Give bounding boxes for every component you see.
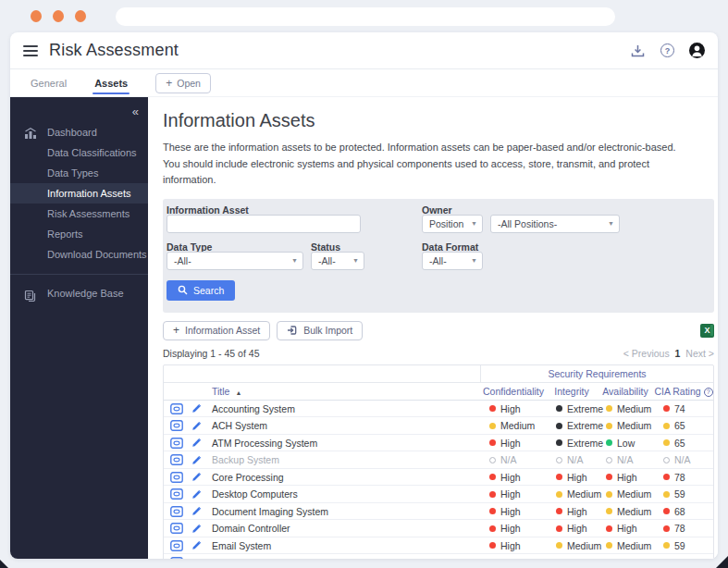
sidebar-item-risk-assessments[interactable]: Risk Assessments xyxy=(10,204,148,224)
column-header-integrity[interactable]: Integrity xyxy=(547,383,597,401)
next-page-link[interactable]: Next > xyxy=(685,348,714,359)
view-icon[interactable] xyxy=(170,523,183,534)
cell-cia-rating: 78 xyxy=(654,472,713,483)
edit-pencil-icon[interactable] xyxy=(191,524,202,534)
edit-pencil-icon[interactable] xyxy=(191,540,202,550)
cell-cia-rating: 65 xyxy=(654,420,713,431)
edit-pencil-icon[interactable] xyxy=(191,506,202,516)
view-icon[interactable] xyxy=(170,506,183,517)
window-control-dot[interactable] xyxy=(53,10,64,22)
edit-pencil-icon[interactable] xyxy=(191,489,202,500)
table-row: Email System High Medium M xyxy=(164,537,713,555)
level-dot xyxy=(556,491,562,498)
add-information-asset-button[interactable]: + Information Asset xyxy=(163,321,270,340)
column-header-availability[interactable]: Availability xyxy=(597,383,654,401)
view-icon[interactable] xyxy=(170,540,183,551)
cell-confidentiality: High xyxy=(480,472,547,483)
cell-integrity: Extreme xyxy=(547,438,597,449)
cell-confidentiality: High xyxy=(480,403,547,414)
bulk-import-button[interactable]: Bulk Import xyxy=(277,321,363,340)
cell-cia-rating: 74 xyxy=(654,403,713,414)
column-header-cia-rating[interactable]: CIA Rating? xyxy=(654,383,713,401)
level-dot xyxy=(606,508,612,514)
level-dot xyxy=(606,525,612,532)
level-dot xyxy=(489,474,496,480)
view-icon[interactable] xyxy=(170,557,183,559)
owner-value-select[interactable]: -All Positions- ▼ xyxy=(490,215,620,233)
window-control-dot[interactable] xyxy=(75,10,86,22)
data-format-select[interactable]: -All- ▼ xyxy=(422,252,483,270)
menu-icon[interactable] xyxy=(23,43,38,59)
view-icon[interactable] xyxy=(170,472,183,483)
info-icon[interactable]: ? xyxy=(704,388,713,397)
url-bar[interactable] xyxy=(116,7,615,26)
column-header-title[interactable]: Title ▲ xyxy=(204,383,480,401)
cell-integrity: Medium xyxy=(547,540,597,551)
row-actions xyxy=(164,523,204,534)
information-asset-input[interactable] xyxy=(167,215,361,233)
level-dot xyxy=(489,491,496,498)
cell-confidentiality: Medium xyxy=(480,420,547,431)
open-button[interactable]: + Open xyxy=(155,73,211,93)
table-row: Backup System N/A N/A N/A xyxy=(164,451,713,469)
owner-type-select[interactable]: Position ▼ xyxy=(422,215,483,233)
displaying-count: Displaying 1 - 45 of 45 xyxy=(163,348,259,359)
window-control-dot[interactable] xyxy=(31,10,42,22)
sidebar-item-data-classifications[interactable]: Data Classifications xyxy=(10,142,148,163)
view-icon[interactable] xyxy=(170,420,183,431)
table-row: Employees High High High xyxy=(164,554,713,559)
edit-pencil-icon[interactable] xyxy=(191,558,202,559)
tab-general[interactable]: General xyxy=(29,70,68,95)
edit-pencil-icon[interactable] xyxy=(191,421,202,431)
export-excel-icon[interactable]: X xyxy=(700,324,714,338)
cell-cia-rating: 65 xyxy=(654,438,713,449)
collapse-sidebar-icon[interactable]: « xyxy=(132,105,139,118)
current-page[interactable]: 1 xyxy=(672,348,684,359)
download-icon[interactable] xyxy=(630,43,646,58)
sidebar-item-download-documents[interactable]: Download Documents xyxy=(10,244,148,265)
information-assets-table: Security Requirements Title ▲ Confidenti… xyxy=(163,364,714,559)
data-type-select[interactable]: -All- ▼ xyxy=(167,252,303,270)
cell-integrity: N/A xyxy=(547,454,597,465)
plus-icon: + xyxy=(166,77,172,90)
cell-availability: Medium xyxy=(597,540,654,551)
status-select[interactable]: -All- ▼ xyxy=(311,252,364,270)
edit-pencil-icon[interactable] xyxy=(191,438,202,448)
cell-availability: High xyxy=(597,472,654,483)
main-content: Information Assets These are the informa… xyxy=(148,97,718,559)
edit-pencil-icon[interactable] xyxy=(191,403,202,414)
row-actions xyxy=(164,488,204,500)
view-icon[interactable] xyxy=(170,438,183,449)
sidebar-item-information-assets[interactable]: Information Assets xyxy=(10,183,148,204)
rating-dot xyxy=(663,525,670,532)
cell-confidentiality: High xyxy=(480,523,547,534)
user-avatar[interactable] xyxy=(689,43,705,58)
cell-cia-rating: 59 xyxy=(654,540,713,551)
view-icon[interactable] xyxy=(170,403,183,414)
view-icon[interactable] xyxy=(170,454,183,465)
level-dot xyxy=(489,439,496,446)
level-dot xyxy=(606,491,612,498)
previous-page-link[interactable]: < Previous xyxy=(623,348,670,359)
help-icon[interactable]: ? xyxy=(660,43,674,57)
cell-confidentiality: High xyxy=(480,540,547,551)
table-row: Document Imaging System High High xyxy=(164,503,713,521)
tab-assets[interactable]: Assets xyxy=(93,70,130,95)
sidebar-item-data-types[interactable]: Data Types xyxy=(10,163,148,183)
sidebar-item-dashboard[interactable]: Dashboard xyxy=(10,122,148,142)
page-title: Information Assets xyxy=(163,110,714,131)
data-type-label: Data Type xyxy=(167,241,212,253)
level-dot xyxy=(606,439,612,446)
sidebar-item-knowledge-base[interactable]: Knowledge Base xyxy=(10,282,148,304)
cell-integrity: High xyxy=(547,557,597,559)
asset-title: ATM Processing System xyxy=(204,438,480,449)
pagination: < Previous 1 Next > xyxy=(623,348,714,359)
list-meta-row: Displaying 1 - 45 of 45 < Previous 1 Nex… xyxy=(163,348,714,359)
edit-pencil-icon[interactable] xyxy=(191,472,202,482)
cell-cia-rating: N/A xyxy=(654,454,713,465)
edit-pencil-icon[interactable] xyxy=(191,455,202,465)
column-header-confidentiality[interactable]: Confidentiality xyxy=(480,383,547,401)
view-icon[interactable] xyxy=(170,488,183,500)
sidebar-item-reports[interactable]: Reports xyxy=(10,224,148,244)
search-button[interactable]: Search xyxy=(167,280,235,301)
